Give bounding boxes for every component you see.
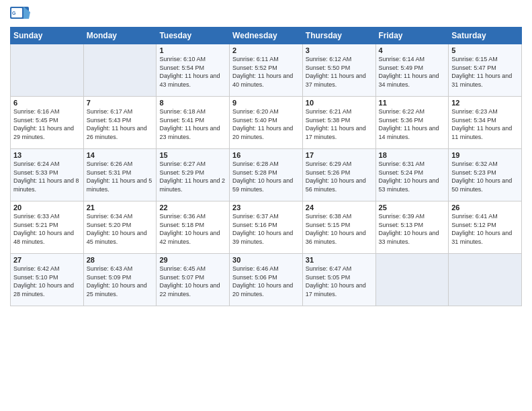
day-number: 22 xyxy=(159,203,226,212)
day-number: 9 xyxy=(232,99,300,107)
day-cell: 28Sunrise: 6:43 AM Sunset: 5:09 PM Dayli… xyxy=(83,254,157,306)
day-cell: 24Sunrise: 6:38 AM Sunset: 5:15 PM Dayli… xyxy=(302,201,375,254)
day-info: Sunrise: 6:36 AM Sunset: 5:18 PM Dayligh… xyxy=(159,212,226,246)
svg-text:G: G xyxy=(12,11,16,15)
day-number: 7 xyxy=(87,99,154,107)
day-number: 27 xyxy=(13,256,81,264)
header-row: SundayMondayTuesdayWednesdayThursdayFrid… xyxy=(11,28,522,44)
day-info: Sunrise: 6:37 AM Sunset: 5:16 PM Dayligh… xyxy=(232,212,300,246)
day-cell xyxy=(83,44,157,97)
day-number: 15 xyxy=(159,151,226,159)
day-info: Sunrise: 6:34 AM Sunset: 5:20 PM Dayligh… xyxy=(87,212,154,246)
day-cell: 7Sunrise: 6:17 AM Sunset: 5:43 PM Daylig… xyxy=(83,97,157,149)
logo: G xyxy=(10,7,33,23)
day-cell: 29Sunrise: 6:45 AM Sunset: 5:07 PM Dayli… xyxy=(157,254,230,306)
day-info: Sunrise: 6:32 AM Sunset: 5:23 PM Dayligh… xyxy=(451,160,519,193)
day-info: Sunrise: 6:43 AM Sunset: 5:09 PM Dayligh… xyxy=(87,265,154,298)
day-cell: 16Sunrise: 6:28 AM Sunset: 5:28 PM Dayli… xyxy=(230,149,303,201)
day-info: Sunrise: 6:33 AM Sunset: 5:21 PM Dayligh… xyxy=(13,212,81,246)
day-number: 26 xyxy=(451,203,519,212)
day-info: Sunrise: 6:16 AM Sunset: 5:45 PM Dayligh… xyxy=(13,107,81,141)
day-cell: 13Sunrise: 6:24 AM Sunset: 5:33 PM Dayli… xyxy=(11,149,84,201)
day-cell xyxy=(449,254,522,306)
day-cell: 27Sunrise: 6:42 AM Sunset: 5:10 PM Dayli… xyxy=(11,254,84,306)
day-cell: 22Sunrise: 6:36 AM Sunset: 5:18 PM Dayli… xyxy=(157,201,230,254)
day-cell: 15Sunrise: 6:27 AM Sunset: 5:29 PM Dayli… xyxy=(157,149,230,201)
day-info: Sunrise: 6:15 AM Sunset: 5:47 PM Dayligh… xyxy=(451,55,519,89)
day-number: 2 xyxy=(232,46,300,54)
day-number: 23 xyxy=(232,203,300,212)
day-cell: 14Sunrise: 6:26 AM Sunset: 5:31 PM Dayli… xyxy=(83,149,157,201)
day-number: 16 xyxy=(232,151,300,159)
col-header-thursday: Thursday xyxy=(302,28,375,44)
day-number: 30 xyxy=(232,256,300,264)
day-number: 17 xyxy=(306,151,373,159)
day-number: 6 xyxy=(13,99,81,107)
day-number: 14 xyxy=(87,151,154,159)
day-number: 21 xyxy=(87,203,154,212)
day-number: 24 xyxy=(306,203,373,212)
day-number: 28 xyxy=(87,256,154,264)
day-info: Sunrise: 6:31 AM Sunset: 5:24 PM Dayligh… xyxy=(379,160,446,193)
day-cell xyxy=(11,44,84,97)
day-info: Sunrise: 6:39 AM Sunset: 5:13 PM Dayligh… xyxy=(379,212,446,246)
day-cell: 2Sunrise: 6:11 AM Sunset: 5:52 PM Daylig… xyxy=(230,44,303,97)
logo-icon: G xyxy=(10,7,30,23)
day-number: 3 xyxy=(306,46,373,54)
day-cell: 10Sunrise: 6:21 AM Sunset: 5:38 PM Dayli… xyxy=(302,97,375,149)
day-number: 11 xyxy=(379,99,446,107)
day-number: 19 xyxy=(451,151,519,159)
day-number: 12 xyxy=(451,99,519,107)
week-row-5: 27Sunrise: 6:42 AM Sunset: 5:10 PM Dayli… xyxy=(11,254,522,306)
day-info: Sunrise: 6:10 AM Sunset: 5:54 PM Dayligh… xyxy=(159,55,226,89)
day-cell: 11Sunrise: 6:22 AM Sunset: 5:36 PM Dayli… xyxy=(375,97,449,149)
col-header-friday: Friday xyxy=(375,28,449,44)
day-cell: 1Sunrise: 6:10 AM Sunset: 5:54 PM Daylig… xyxy=(157,44,230,97)
day-number: 29 xyxy=(159,256,226,264)
day-info: Sunrise: 6:38 AM Sunset: 5:15 PM Dayligh… xyxy=(306,212,373,246)
day-info: Sunrise: 6:24 AM Sunset: 5:33 PM Dayligh… xyxy=(13,160,81,193)
day-info: Sunrise: 6:21 AM Sunset: 5:38 PM Dayligh… xyxy=(306,107,373,141)
day-cell: 31Sunrise: 6:47 AM Sunset: 5:05 PM Dayli… xyxy=(302,254,375,306)
day-cell: 9Sunrise: 6:20 AM Sunset: 5:40 PM Daylig… xyxy=(230,97,303,149)
day-info: Sunrise: 6:27 AM Sunset: 5:29 PM Dayligh… xyxy=(159,160,226,193)
week-row-4: 20Sunrise: 6:33 AM Sunset: 5:21 PM Dayli… xyxy=(11,201,522,254)
week-row-1: 1Sunrise: 6:10 AM Sunset: 5:54 PM Daylig… xyxy=(11,44,522,97)
day-cell: 19Sunrise: 6:32 AM Sunset: 5:23 PM Dayli… xyxy=(449,149,522,201)
day-number: 10 xyxy=(306,99,373,107)
day-info: Sunrise: 6:41 AM Sunset: 5:12 PM Dayligh… xyxy=(451,212,519,246)
day-cell: 30Sunrise: 6:46 AM Sunset: 5:06 PM Dayli… xyxy=(230,254,303,306)
day-number: 8 xyxy=(159,99,226,107)
day-info: Sunrise: 6:18 AM Sunset: 5:41 PM Dayligh… xyxy=(159,107,226,141)
day-info: Sunrise: 6:12 AM Sunset: 5:50 PM Dayligh… xyxy=(306,55,373,89)
day-info: Sunrise: 6:20 AM Sunset: 5:40 PM Dayligh… xyxy=(232,107,300,141)
day-cell: 21Sunrise: 6:34 AM Sunset: 5:20 PM Dayli… xyxy=(83,201,157,254)
col-header-sunday: Sunday xyxy=(11,28,84,44)
day-cell: 12Sunrise: 6:23 AM Sunset: 5:34 PM Dayli… xyxy=(449,97,522,149)
calendar-table: SundayMondayTuesdayWednesdayThursdayFrid… xyxy=(10,27,522,306)
day-number: 18 xyxy=(379,151,446,159)
day-cell: 20Sunrise: 6:33 AM Sunset: 5:21 PM Dayli… xyxy=(11,201,84,254)
day-info: Sunrise: 6:29 AM Sunset: 5:26 PM Dayligh… xyxy=(306,160,373,193)
day-info: Sunrise: 6:14 AM Sunset: 5:49 PM Dayligh… xyxy=(379,55,446,89)
calendar-container: G SundayMondayTuesdayWednesdayThursdayFr… xyxy=(0,0,532,313)
day-cell: 26Sunrise: 6:41 AM Sunset: 5:12 PM Dayli… xyxy=(449,201,522,254)
day-cell: 25Sunrise: 6:39 AM Sunset: 5:13 PM Dayli… xyxy=(375,201,449,254)
day-cell xyxy=(375,254,449,306)
day-number: 25 xyxy=(379,203,446,212)
day-info: Sunrise: 6:47 AM Sunset: 5:05 PM Dayligh… xyxy=(306,265,373,298)
day-info: Sunrise: 6:45 AM Sunset: 5:07 PM Dayligh… xyxy=(159,265,226,298)
day-info: Sunrise: 6:17 AM Sunset: 5:43 PM Dayligh… xyxy=(87,107,154,141)
day-info: Sunrise: 6:26 AM Sunset: 5:31 PM Dayligh… xyxy=(87,160,154,193)
day-number: 1 xyxy=(159,46,226,54)
day-cell: 17Sunrise: 6:29 AM Sunset: 5:26 PM Dayli… xyxy=(302,149,375,201)
day-number: 5 xyxy=(451,46,519,54)
day-number: 20 xyxy=(13,203,81,212)
day-info: Sunrise: 6:22 AM Sunset: 5:36 PM Dayligh… xyxy=(379,107,446,141)
day-cell: 18Sunrise: 6:31 AM Sunset: 5:24 PM Dayli… xyxy=(375,149,449,201)
col-header-saturday: Saturday xyxy=(449,28,522,44)
day-number: 31 xyxy=(306,256,373,264)
day-info: Sunrise: 6:11 AM Sunset: 5:52 PM Dayligh… xyxy=(232,55,300,89)
day-number: 13 xyxy=(13,151,81,159)
col-header-wednesday: Wednesday xyxy=(230,28,303,44)
